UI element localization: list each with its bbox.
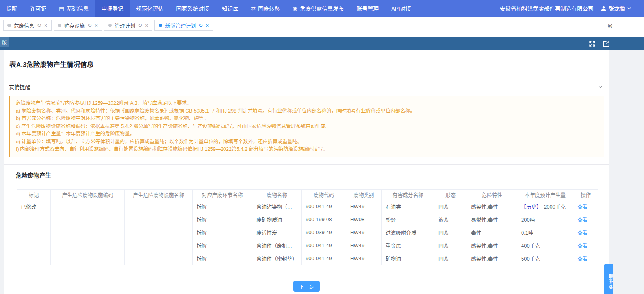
user-menu[interactable]: 张龙腾 [601,4,631,12]
close-all-tabs-icon[interactable]: ⊗ [607,22,613,30]
waste-table-zone: 标记产生危险废物设施编码产生危险废物设施名称对应产废环节名称废物名称废物代码废物… [4,179,609,265]
cell-form: 固态 [434,200,467,213]
section-title: 危险废物产生 [4,165,609,179]
tab-close-icon[interactable]: × [44,23,47,28]
cell-action: 查看 [573,213,598,226]
reminder-line: e) 计量单位：填写吨。以升、立方米等体积计量的，应折算成重量吨；以个数作为计量… [16,138,599,146]
view-link[interactable]: 查看 [577,256,588,262]
nav-item-shenbaodengji[interactable]: 申报登记 [95,0,130,17]
nav-item-guifanhuapinggu[interactable]: 规范化评估 [130,0,170,17]
open-tabs: 危废信息↻×贮存设施↻×管理计划↻×新版管理计划↻× [3,20,215,31]
column-header: 形态 [434,189,467,200]
cell-facility_name: -- [125,239,193,252]
nav-item-label: 申报登记 [101,4,123,12]
nav-item-apiduijie[interactable]: API对接 [385,0,418,17]
nav-item-tixing[interactable]: 提醒 [0,0,24,17]
nav-item-label: 基础信息 [67,4,89,12]
cell-waste_name: 废矿物质油 [252,213,302,226]
cell-form: 固态 [434,252,467,265]
cell-facility_name: -- [125,252,193,265]
top-navbar: 提醒许可证▤基础信息申报登记规范化评估国家系统对接知识库⇄固废转移◉危废供需信息… [0,0,644,17]
cell-facility_name: -- [125,200,193,213]
cell-category: HW49 [346,200,382,213]
cell-facility_code: -- [51,252,125,265]
cell-waste_code: 900-041-49 [302,200,346,213]
next-step-button[interactable]: 下一步 [293,281,320,292]
fullscreen-icon[interactable] [588,40,596,48]
view-link[interactable]: 查看 [577,204,588,210]
column-header: 产生危险废物设施名称 [125,189,193,200]
nav-item-zhishiku[interactable]: 知识库 [215,0,245,17]
panel-corner-tab[interactable]: 版 [0,37,9,47]
table-row: ----拆解废矿物质油900-199-08HW08酚烃液态易燃性,毒性200吨查… [17,213,598,226]
chevron-down-icon[interactable] [598,84,603,89]
reminder-line: 危险废物产生情况填写内容参见HJ 1259—2022附录 A.3，填写应满足以下… [16,100,599,107]
cell-stage: 拆解 [193,213,252,226]
cell-form: 固态 [434,239,467,252]
tab-1[interactable]: 危废信息↻× [3,20,52,31]
tab-refresh-icon[interactable]: ↻ [199,22,203,28]
tab-refresh-icon[interactable]: ↻ [138,22,142,28]
tab-label: 危废信息 [14,22,34,29]
tab-refresh-icon[interactable]: ↻ [37,22,41,28]
view-link[interactable]: 查看 [577,243,588,249]
cell-mark [17,239,51,252]
column-header: 操作 [573,189,598,200]
chevron-down-icon [627,6,631,11]
view-link[interactable]: 查看 [577,217,588,223]
basic-info-icon: ▤ [59,6,64,11]
tab-label: 新版管理计划 [165,22,196,29]
cell-mark: 已修改 [17,200,51,213]
cell-hazard: 感染性,毒性 [467,200,517,213]
column-header: 废物代码 [302,189,346,200]
user-name: 张龙腾 [609,4,625,12]
nav-item-zhanghaoguanli[interactable]: 账号管理 [350,0,385,17]
tab-status-dot [7,24,11,27]
cell-mark [17,226,51,239]
reminder-line: b) 有害成分名称：危险废物中对环境有害的主要污染物名称，如苯系物、氰化物、砷等… [16,115,599,123]
nav-item-gufeizhuanyi[interactable]: ⇄固废转移 [245,0,286,17]
tab-2[interactable]: 贮存设施↻× [54,20,102,31]
cell-facility_code: -- [51,239,125,252]
reminder-collapse-header[interactable]: 友情提醒 [4,76,609,94]
user-icon [601,6,607,11]
tab-4[interactable]: 新版管理计划↻× [154,20,213,31]
cell-form: 固态 [434,226,467,239]
tab-close-icon[interactable]: × [145,23,148,28]
company-name: 安徽省柏科洪武零部件再制造有限公司 [500,4,594,12]
view-link[interactable]: 查看 [577,230,588,236]
tab-close-icon[interactable]: × [95,23,98,28]
cell-amount: 400千克 [517,239,573,252]
column-header: 对应产废环节名称 [193,189,252,200]
cell-stage: 拆解 [193,226,252,239]
cell-form: 液态 [434,213,467,226]
tab-label: 贮存设施 [64,22,85,29]
reminder-line: d) 本年度预计产生量：本年度预计产生的危险废物量。 [16,130,599,138]
cell-action: 查看 [573,200,598,213]
tab-status-dot [108,24,112,27]
nav-item-xukezheng[interactable]: 许可证 [24,0,53,17]
nav-item-label: 账号管理 [356,4,379,12]
cell-category: HW49 [346,239,382,252]
edit-cancel-icon[interactable] [602,40,610,48]
tab-refresh-icon[interactable]: ↻ [87,22,92,28]
publish-icon: ◉ [293,6,297,11]
nav-item-jichuxinxi[interactable]: ▤基础信息 [53,0,95,17]
tab-close-icon[interactable]: × [206,23,209,28]
column-header: 产生危险废物设施编码 [51,189,125,200]
cell-component: 酚烃 [382,213,434,226]
cell-action: 查看 [573,252,598,265]
transfer-icon: ⇄ [251,6,256,11]
cell-amount: 0.1吨 [517,226,573,239]
contact-service-tab[interactable]: 联系客 [604,264,613,294]
history-badge: 【历史】 [521,204,542,210]
cell-waste_code: 900-041-49 [302,252,346,265]
nav-item-weifeigongxu[interactable]: ◉危废供需信息发布 [286,0,350,17]
nav-item-guojiaxitongduijie[interactable]: 国家系统对接 [170,0,215,17]
tab-status-dot [58,24,61,27]
table-header-row: 标记产生危险废物设施编码产生危险废物设施名称对应产废环节名称废物名称废物代码废物… [17,189,598,200]
reminder-line: c) 产生危险废物设施名称和编码：依据本标准第 5.4.2 部分填写的生产设施名… [16,123,599,131]
cell-facility_code: -- [51,213,125,226]
tab-3[interactable]: 管理计划↻× [104,20,152,31]
nav-item-label: 国家系统对接 [176,4,209,12]
